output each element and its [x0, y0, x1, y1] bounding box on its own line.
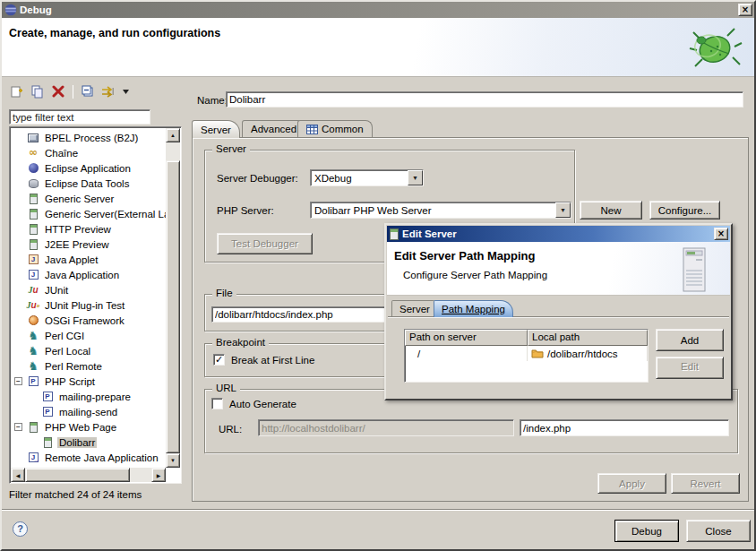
tree-item[interactable]: JJava Application — [11, 267, 166, 282]
php-icon: P — [41, 406, 54, 418]
tree-item[interactable]: ∞Chaîne — [11, 145, 166, 160]
tree-item[interactable]: J→Remote Java Application — [11, 450, 166, 465]
column-header-local-path[interactable]: Local path — [528, 330, 648, 346]
tree-item[interactable]: BPEL Process (B2J) — [11, 130, 166, 145]
configure-server-button[interactable]: Configure... — [649, 201, 720, 220]
name-label: Name: — [197, 95, 228, 106]
tree-vertical-scrollbar[interactable]: ▲ ▼ — [166, 128, 180, 468]
break-first-line-checkbox[interactable]: ✓ — [213, 354, 225, 366]
new-server-button[interactable]: New — [580, 201, 642, 220]
tree-item-label: JUnit — [43, 285, 70, 296]
tree-item[interactable]: −PHP Web Page — [11, 419, 166, 435]
tree-item[interactable]: J2EE Preview — [11, 237, 166, 252]
chevron-down-icon[interactable]: ▼ — [408, 170, 423, 185]
server-icon — [390, 228, 399, 240]
tab-server[interactable]: Server — [192, 120, 240, 138]
vertical-scroll-thumb[interactable] — [166, 160, 180, 453]
expander-minus-icon[interactable]: − — [14, 377, 22, 385]
window-title: Debug — [20, 4, 52, 15]
tree-item-label: OSGi Framework — [43, 315, 126, 326]
auto-generate-checkbox[interactable] — [211, 398, 223, 409]
add-mapping-button[interactable]: Add — [656, 329, 724, 351]
banner-heading: Create, manage, and run configurations — [2, 18, 754, 39]
tree-item[interactable]: Ju»JUnit Plug-in Test — [11, 297, 166, 313]
table-row[interactable]: //dolibarr/htdocs — [405, 346, 648, 361]
server-icon — [27, 238, 39, 250]
new-configuration-icon[interactable] — [9, 84, 25, 99]
folder-icon — [531, 349, 544, 358]
tree-item[interactable]: Eclipse Data Tools — [11, 176, 166, 191]
tree-horizontal-scrollbar[interactable]: ◀ ▶ — [11, 468, 166, 482]
expander-minus-icon[interactable]: − — [14, 423, 22, 431]
apply-button[interactable]: Apply — [597, 473, 666, 494]
tree-item[interactable]: JuJUnit — [11, 282, 166, 297]
scroll-up-icon[interactable]: ▲ — [166, 128, 180, 142]
tree-item[interactable]: −PPHP Script — [11, 374, 166, 389]
scroll-right-icon[interactable]: ▶ — [151, 468, 166, 482]
revert-button[interactable]: Revert — [671, 473, 740, 494]
edit-server-tab-path-mapping-label: Path Mapping — [442, 304, 505, 314]
debug-button[interactable]: Debug — [614, 520, 679, 542]
collapse-all-icon[interactable] — [80, 84, 96, 99]
tree-item[interactable]: Eclipse Application — [11, 160, 166, 176]
cell-local-path[interactable]: /dolibarr/htdocs — [528, 346, 648, 361]
tree-item[interactable]: Generic Server — [11, 191, 166, 206]
close-button[interactable]: Close — [686, 520, 751, 542]
window-titlebar[interactable]: Debug × — [2, 2, 754, 18]
edit-server-close-button[interactable]: × — [714, 228, 728, 240]
server-debugger-value: XDebug — [311, 173, 408, 184]
debug-configurations-window: Debug × Create, manage, and run configur… — [0, 0, 756, 551]
table-rows: //dolibarr/htdocs — [405, 346, 648, 361]
tree-item[interactable]: Pmailing-prepare — [11, 389, 166, 404]
tree-item[interactable]: Dolibarr — [11, 435, 166, 450]
java-icon: J — [27, 269, 39, 280]
eclipse-logo-icon — [4, 4, 17, 17]
path-mapping-table[interactable]: Path on server Local path //dolibarr/htd… — [404, 329, 649, 383]
edit-server-tab-server[interactable]: Server — [391, 300, 438, 317]
tab-advanced[interactable]: Advanced — [242, 120, 305, 137]
tree-item[interactable]: ♞Perl Local — [11, 343, 166, 358]
tree-item[interactable]: Generic Server(External La — [11, 206, 166, 221]
server-debugger-combobox[interactable]: XDebug ▼ — [310, 169, 424, 186]
toolbar-menu-chevron-icon[interactable] — [121, 84, 130, 99]
url-path-input[interactable] — [520, 419, 729, 436]
tree-item[interactable]: OSGi Framework — [11, 313, 166, 328]
help-icon[interactable]: ? — [13, 521, 28, 537]
edit-server-tab-path-mapping[interactable]: Path Mapping — [434, 300, 513, 317]
bpel-process-icon — [27, 132, 39, 143]
php-server-combobox[interactable]: Dolibarr PHP Web Server ▼ — [310, 202, 571, 219]
php-icon: P — [41, 391, 54, 402]
chevron-down-icon[interactable]: ▼ — [555, 202, 571, 218]
tree-item[interactable]: JJava Applet — [11, 252, 166, 267]
cell-path-on-server[interactable]: / — [405, 346, 528, 361]
database-icon — [27, 177, 39, 189]
configurations-toolbar — [9, 82, 130, 100]
tree-item[interactable]: HTTP Preview — [11, 221, 166, 237]
filter-input[interactable] — [9, 109, 150, 125]
scroll-down-icon[interactable]: ▼ — [166, 453, 180, 468]
column-header-path-on-server[interactable]: Path on server — [405, 330, 528, 346]
tree-item-label: Chaîne — [43, 148, 80, 159]
edit-server-titlebar[interactable]: Edit Server × — [387, 226, 730, 242]
tree-item-label: Perl Local — [43, 346, 92, 357]
tree-item[interactable]: Pmailing-send — [11, 404, 166, 419]
test-debugger-button[interactable]: Test Debugger — [217, 233, 313, 254]
filter-configurations-icon[interactable] — [100, 84, 116, 99]
tab-common[interactable]: Common — [297, 120, 373, 137]
edit-mapping-button[interactable]: Edit — [656, 357, 724, 379]
php-server-value: Dolibarr PHP Web Server — [311, 205, 555, 216]
server-icon — [27, 223, 39, 235]
tree-item-label: PHP Web Page — [43, 422, 118, 433]
tree-item[interactable]: ♞Perl CGI — [11, 328, 166, 343]
window-close-button[interactable]: × — [738, 4, 752, 16]
url-label: URL: — [219, 424, 242, 435]
duplicate-configuration-icon[interactable] — [30, 84, 46, 99]
java-applet-icon: J — [27, 254, 39, 265]
scroll-left-icon[interactable]: ◀ — [11, 468, 25, 482]
delete-configuration-icon[interactable] — [50, 84, 66, 99]
name-input[interactable] — [226, 91, 743, 108]
horizontal-scroll-thumb[interactable] — [25, 468, 130, 482]
tree-item[interactable]: ♞Perl Remote — [11, 358, 166, 374]
edit-server-tab-server-label: Server — [399, 304, 430, 314]
file-group-legend: File — [212, 288, 236, 298]
